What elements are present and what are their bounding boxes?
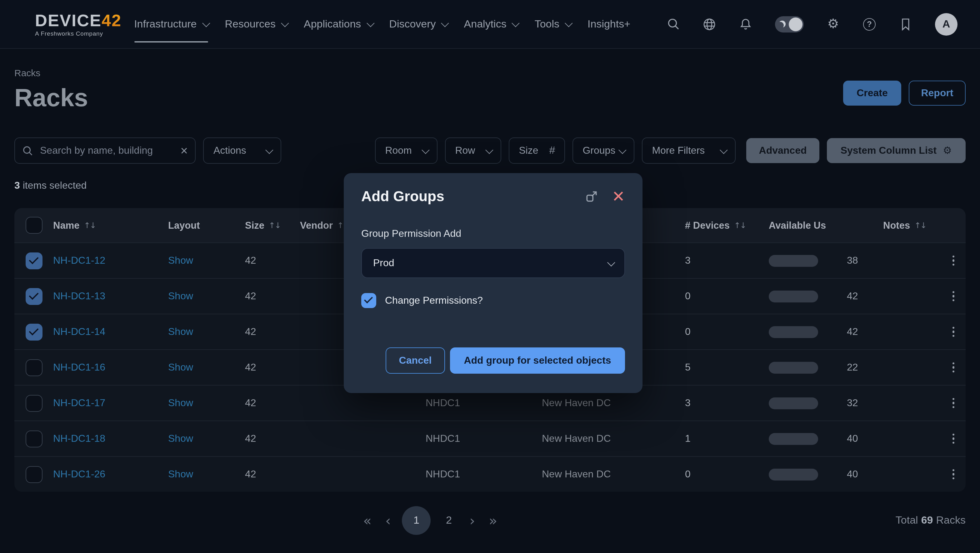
- bell-icon[interactable]: [739, 17, 752, 31]
- row-menu-button[interactable]: [950, 467, 957, 482]
- nav-item-infrastructure[interactable]: Infrastructure: [134, 18, 208, 30]
- nav-item-insights[interactable]: Insights+: [587, 18, 630, 30]
- layout-show-link[interactable]: Show: [168, 469, 193, 480]
- header-name[interactable]: Name↑↓: [53, 219, 168, 231]
- search-box[interactable]: ×: [14, 137, 196, 164]
- moon-icon: [779, 21, 786, 27]
- filter-size[interactable]: Size#: [509, 137, 565, 164]
- filter-groups[interactable]: Groups: [573, 137, 635, 164]
- layout-show-link[interactable]: Show: [168, 397, 193, 408]
- select-all-checkbox[interactable]: [25, 217, 43, 234]
- actions-dropdown[interactable]: Actions: [204, 137, 282, 164]
- devices-value: 3: [685, 255, 690, 266]
- advanced-button[interactable]: Advanced: [746, 138, 819, 163]
- layout-show-link[interactable]: Show: [168, 255, 193, 266]
- breadcrumb[interactable]: Racks: [14, 67, 966, 78]
- cancel-button[interactable]: Cancel: [386, 347, 445, 373]
- row-menu-button[interactable]: [950, 289, 957, 304]
- layout-show-link[interactable]: Show: [168, 291, 193, 302]
- row-checkbox[interactable]: [25, 395, 43, 412]
- devices-value: 0: [685, 469, 690, 480]
- system-column-list-button[interactable]: System Column List⚙: [827, 138, 966, 163]
- row-checkbox[interactable]: [25, 430, 43, 447]
- filter-more-filters[interactable]: More Filters: [642, 137, 736, 164]
- row-menu-button[interactable]: [950, 396, 957, 411]
- nav-item-applications[interactable]: Applications: [304, 18, 372, 30]
- size-value: 42: [245, 362, 256, 373]
- rack-name-link[interactable]: NH-DC1-17: [53, 397, 105, 408]
- header-available-us[interactable]: Available Us: [758, 219, 883, 231]
- theme-toggle[interactable]: [775, 16, 804, 32]
- report-button[interactable]: Report: [909, 81, 966, 106]
- layout-show-link[interactable]: Show: [168, 362, 193, 373]
- header-layout[interactable]: Layout: [168, 219, 245, 231]
- chevron-down-icon: [441, 19, 449, 27]
- toggle-knob: [789, 17, 802, 31]
- rack-name-link[interactable]: NH-DC1-12: [53, 255, 105, 266]
- nav-item-resources[interactable]: Resources: [225, 18, 287, 30]
- help-icon[interactable]: ?: [862, 17, 876, 31]
- group-permission-select[interactable]: Prod: [361, 248, 625, 278]
- row-menu-button[interactable]: [950, 253, 957, 269]
- header-size[interactable]: Size↑↓: [245, 219, 300, 231]
- header-notes[interactable]: Notes↑↓: [883, 219, 966, 231]
- search-input[interactable]: [39, 145, 175, 157]
- globe-icon[interactable]: [703, 17, 716, 31]
- filter-room[interactable]: Room: [375, 137, 438, 164]
- layout-show-link[interactable]: Show: [168, 433, 193, 444]
- add-group-submit-button[interactable]: Add group for selected objects: [450, 347, 625, 373]
- row-checkbox[interactable]: [25, 288, 43, 305]
- device42-logo[interactable]: DEVICE42 A Freshworks Company: [35, 11, 122, 37]
- pagination-prev[interactable]: ‹: [383, 513, 393, 528]
- building-value: New Haven DC: [542, 397, 611, 408]
- room-value: NHDC1: [426, 469, 460, 480]
- close-icon[interactable]: ✕: [612, 189, 625, 204]
- hash-icon: #: [549, 145, 555, 157]
- logo-tagline: A Freshworks Company: [35, 30, 122, 37]
- building-value: New Haven DC: [542, 469, 611, 480]
- rack-name-link[interactable]: NH-DC1-18: [53, 433, 105, 444]
- row-menu-button[interactable]: [950, 324, 957, 340]
- row-menu-button[interactable]: [950, 431, 957, 447]
- rack-name-link[interactable]: NH-DC1-26: [53, 469, 105, 480]
- rack-name-link[interactable]: NH-DC1-14: [53, 326, 105, 337]
- row-checkbox[interactable]: [25, 359, 43, 376]
- bookmark-icon[interactable]: [899, 17, 913, 31]
- row-checkbox[interactable]: [25, 323, 43, 340]
- nav-item-discovery[interactable]: Discovery: [389, 18, 447, 30]
- pagination-page-1[interactable]: 1: [402, 506, 431, 535]
- size-value: 42: [245, 397, 256, 408]
- row-menu-button[interactable]: [950, 360, 957, 375]
- sort-icon[interactable]: ↑↓: [734, 221, 746, 230]
- sort-icon[interactable]: ↑↓: [269, 221, 281, 230]
- row-checkbox[interactable]: [25, 252, 43, 269]
- expand-modal-icon[interactable]: [585, 190, 598, 203]
- nav-item-tools[interactable]: Tools: [535, 18, 571, 30]
- layout-show-link[interactable]: Show: [168, 326, 193, 337]
- header-devices[interactable]: # Devices↑↓: [674, 219, 758, 231]
- sort-icon[interactable]: ↑↓: [915, 221, 926, 230]
- header-label: # Devices: [685, 219, 730, 231]
- sort-icon[interactable]: ↑↓: [84, 221, 95, 230]
- filter-row[interactable]: Row: [445, 137, 501, 164]
- filter-label: Room: [385, 145, 412, 156]
- create-button[interactable]: Create: [843, 81, 901, 106]
- row-checkbox[interactable]: [25, 466, 43, 483]
- pagination-first[interactable]: «: [361, 513, 374, 528]
- header-label: Vendor: [300, 219, 333, 231]
- clear-search-icon[interactable]: ×: [181, 145, 188, 157]
- nav-item-analytics[interactable]: Analytics: [464, 18, 518, 30]
- rack-name-link[interactable]: NH-DC1-13: [53, 291, 105, 302]
- rack-name-link[interactable]: NH-DC1-16: [53, 362, 105, 373]
- nav-menu: InfrastructureResourcesApplicationsDisco…: [134, 18, 630, 30]
- gear-icon[interactable]: ⚙: [826, 17, 840, 31]
- filter-label: Row: [455, 145, 475, 156]
- user-avatar[interactable]: A: [935, 13, 958, 35]
- pagination-last[interactable]: »: [486, 513, 500, 528]
- pagination-next[interactable]: ›: [467, 513, 478, 528]
- filter-toolbar: × Actions RoomRowSize#GroupsMore Filters…: [14, 137, 966, 164]
- chevron-down-icon: [512, 19, 520, 27]
- pagination-page-2[interactable]: 2: [440, 514, 458, 527]
- search-icon[interactable]: [666, 17, 680, 31]
- change-permissions-checkbox[interactable]: [361, 293, 376, 308]
